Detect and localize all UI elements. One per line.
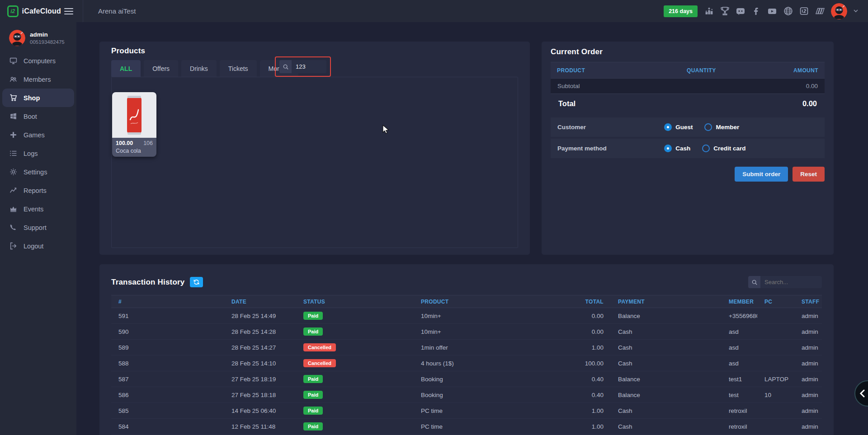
- youtube-icon[interactable]: [767, 6, 777, 16]
- payment-option-cash[interactable]: Cash: [664, 145, 690, 152]
- tab-all[interactable]: ALL: [111, 60, 141, 77]
- sidebar-item-computers[interactable]: Computers: [2, 51, 74, 70]
- transaction-history-panel: Transaction History #DATESTATUSPRODUCTTO…: [99, 264, 834, 435]
- cell-status: Paid: [296, 407, 414, 415]
- subtotal-label: Subtotal: [557, 83, 580, 89]
- cell-date: 28 Feb 25 14:27: [224, 344, 296, 351]
- games-icon: [9, 131, 17, 139]
- sidebar-item-events[interactable]: Events: [2, 200, 74, 218]
- ranking-icon[interactable]: [704, 6, 714, 16]
- discord-icon[interactable]: [736, 6, 745, 16]
- tab-offers[interactable]: Offers: [144, 60, 178, 77]
- cell-staff: admin: [794, 344, 822, 351]
- sidebar-item-shop[interactable]: Shop: [2, 89, 74, 107]
- shop-icon: [9, 94, 17, 102]
- sidebar-item-label: Computers: [24, 57, 56, 65]
- tab-tickets[interactable]: Tickets: [220, 60, 257, 77]
- layers-icon[interactable]: [815, 6, 825, 16]
- cell-staff: admin: [794, 328, 822, 335]
- brand[interactable]: i2 iCafeCloud: [0, 5, 61, 17]
- table-row[interactable]: 59028 Feb 25 14:28Paid10min+0.00Cashasda…: [111, 324, 822, 340]
- order-col-quantity: QUANTITY: [660, 67, 742, 74]
- sidebar-item-games[interactable]: Games: [2, 126, 74, 144]
- transactions-col-pc: PC: [757, 299, 794, 305]
- table-row[interactable]: 58514 Feb 25 06:40PaidPC time1.00Cashret…: [111, 403, 822, 419]
- cell-payment: Balance: [611, 392, 722, 398]
- table-row[interactable]: 58727 Feb 25 18:19PaidBooking0.40Balance…: [111, 371, 822, 387]
- customer-row: Customer GuestMember: [551, 117, 825, 137]
- products-grid: 100.00106Coca cola: [111, 77, 518, 248]
- table-row[interactable]: 58928 Feb 25 14:27Cancelled1min offer1.0…: [111, 340, 822, 355]
- status-badge: Paid: [303, 407, 323, 415]
- status-badge: Paid: [303, 375, 323, 383]
- table-row[interactable]: 59128 Feb 25 14:49Paid10min+0.00Balance+…: [111, 308, 822, 324]
- cell-total: 1.00: [558, 344, 611, 351]
- search-icon: [279, 60, 292, 73]
- cell-staff: admin: [794, 407, 822, 414]
- user-id: 005193482475: [30, 39, 65, 45]
- cell-payment: Balance: [611, 376, 722, 383]
- sidebar-item-settings[interactable]: Settings: [2, 163, 74, 181]
- cell-date: 28 Feb 25 14:49: [224, 313, 296, 319]
- cell-date: 14 Feb 25 06:40: [224, 407, 296, 414]
- cell-member: retroxil: [722, 423, 757, 430]
- tab-drinks[interactable]: Drinks: [181, 60, 217, 77]
- cell-id: 585: [111, 407, 224, 414]
- customer-option-guest[interactable]: Guest: [664, 123, 693, 131]
- table-row[interactable]: 58627 Feb 25 18:18PaidBooking0.40Balance…: [111, 387, 822, 403]
- order-columns: PRODUCT QUANTITY AMOUNT: [551, 62, 825, 79]
- cell-total: 0.00: [558, 313, 611, 319]
- sidebar-avatar: [9, 30, 25, 46]
- cell-date: 27 Feb 25 18:19: [224, 376, 296, 383]
- table-row[interactable]: 58828 Feb 25 14:10Cancelled4 hours (1$)1…: [111, 355, 822, 371]
- sidebar-item-label: Support: [24, 224, 47, 231]
- submit-order-button[interactable]: Submit order: [735, 167, 788, 182]
- cell-id: 591: [111, 313, 224, 319]
- facebook-icon[interactable]: [751, 6, 761, 16]
- chevron-down-icon[interactable]: [854, 9, 858, 13]
- navbar: i2 iCafeCloud Arena aiTest 216 days: [0, 0, 868, 22]
- reset-button[interactable]: Reset: [793, 167, 825, 182]
- brand-name: iCafeCloud: [22, 7, 61, 15]
- menu-toggle-icon[interactable]: [61, 4, 76, 19]
- order-subtotal-row: Subtotal 0.00: [551, 79, 825, 94]
- sidebar-item-label: Games: [24, 131, 45, 139]
- sidebar-item-logs[interactable]: Logs: [2, 144, 74, 163]
- sidebar-item-label: Settings: [24, 168, 47, 176]
- icafe-pay-icon[interactable]: [799, 6, 809, 16]
- payment-method-row: Payment method CashCredit card: [551, 139, 825, 158]
- search-icon: [748, 276, 760, 288]
- transactions-search-input[interactable]: [760, 276, 822, 288]
- page-title: Arena aiTest: [83, 0, 136, 22]
- sidebar-item-logout[interactable]: Logout: [2, 237, 74, 255]
- cell-member: +35569680...: [722, 313, 757, 319]
- transactions-header-row: #DATESTATUSPRODUCTTOTALPAYMENTMEMBERPCST…: [111, 295, 822, 308]
- globe-icon[interactable]: [783, 6, 793, 16]
- current-order-panel: Current Order PRODUCT QUANTITY AMOUNT Su…: [542, 42, 834, 255]
- cell-staff: admin: [794, 360, 822, 367]
- transactions-col-staff: STAFF: [794, 299, 822, 305]
- products-title: Products: [111, 47, 518, 56]
- events-icon: [9, 205, 17, 213]
- cell-product: 10min+: [414, 313, 558, 319]
- payment-option-credit-card[interactable]: Credit card: [702, 145, 745, 152]
- sidebar-item-support[interactable]: Support: [2, 218, 74, 237]
- cell-payment: Cash: [611, 407, 722, 414]
- cell-product: PC time: [414, 423, 558, 430]
- refresh-button[interactable]: [190, 277, 203, 287]
- product-card[interactable]: 100.00106Coca cola: [112, 92, 156, 157]
- customer-option-member[interactable]: Member: [704, 123, 739, 131]
- trophy-icon[interactable]: [720, 6, 730, 16]
- sidebar-item-boot[interactable]: Boot: [2, 107, 74, 126]
- cell-date: 28 Feb 25 14:10: [224, 360, 296, 367]
- sidebar-item-members[interactable]: Members: [2, 70, 74, 89]
- table-row[interactable]: 58412 Feb 25 11:48PaidPC time1.00Cashret…: [111, 419, 822, 435]
- computers-icon: [9, 57, 17, 65]
- user-avatar[interactable]: [831, 3, 847, 19]
- products-search-input[interactable]: [292, 60, 326, 73]
- cell-status: Paid: [296, 375, 414, 383]
- transactions-col-payment: PAYMENT: [611, 299, 722, 305]
- logs-icon: [9, 150, 17, 157]
- license-days-badge[interactable]: 216 days: [664, 5, 698, 17]
- sidebar-item-reports[interactable]: Reports: [2, 181, 74, 200]
